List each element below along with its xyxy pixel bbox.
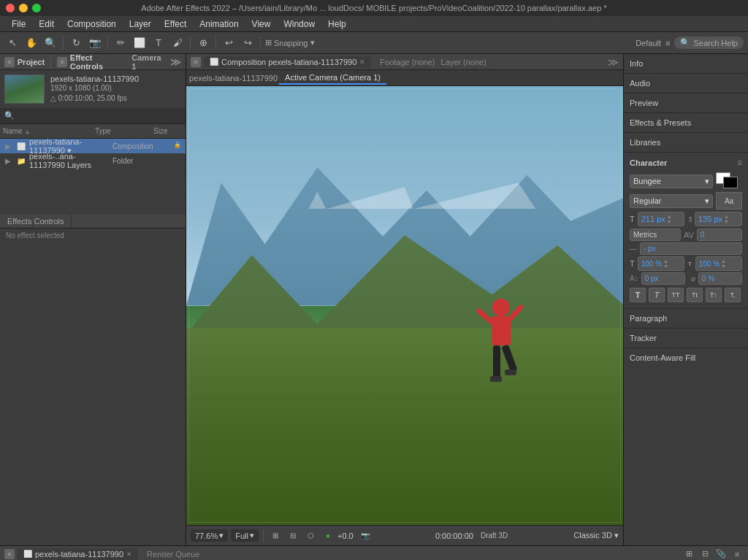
- close-button[interactable]: [6, 4, 15, 12]
- comp-panel-menu-btn[interactable]: ≫: [608, 56, 619, 68]
- v-scale-field[interactable]: 100 % ▲▼: [695, 256, 742, 271]
- h-scale-field[interactable]: 100 % ▲▼: [638, 256, 684, 271]
- render-queue-tab[interactable]: Render Queue: [141, 548, 205, 560]
- effects-presets-section[interactable]: Effects & Presets: [624, 113, 748, 133]
- svg-point-0: [492, 299, 510, 316]
- tracking-field[interactable]: - px: [640, 242, 742, 255]
- timeline-tab-close[interactable]: ✕: [126, 551, 132, 558]
- italic-button[interactable]: T: [649, 288, 665, 302]
- content-aware-section[interactable]: Content-Aware Fill: [624, 348, 748, 367]
- menu-composition[interactable]: Composition: [61, 18, 122, 31]
- paragraph-section[interactable]: Paragraph: [624, 309, 748, 329]
- search-help-field[interactable]: 🔍 Search Help: [674, 37, 744, 49]
- menu-help[interactable]: Help: [322, 18, 352, 31]
- pen-tool[interactable]: ✏: [112, 35, 129, 51]
- undo-btn[interactable]: ↩: [221, 35, 237, 51]
- view-mode-selector[interactable]: Classic 3D ▾: [573, 531, 619, 540]
- comp-tab[interactable]: ⬜ Composition pexels-tatiana-11137990 ✕: [204, 56, 371, 68]
- menu-layer[interactable]: Layer: [123, 18, 157, 31]
- item-indicator: 🔒: [174, 142, 183, 150]
- snapping-dropdown[interactable]: ▾: [310, 38, 315, 47]
- leading-arrows[interactable]: ▲▼: [724, 214, 729, 224]
- effects-tab-item[interactable]: Effects Controls: [0, 215, 72, 228]
- timeline-panel-btn[interactable]: ≡: [4, 549, 15, 559]
- text-tool[interactable]: T: [150, 35, 167, 51]
- tl-ctrl-1[interactable]: ⊞: [682, 548, 695, 561]
- draft-3d-btn[interactable]: Draft 3D: [476, 530, 512, 541]
- zoom-selector[interactable]: 77.6% ▾: [191, 529, 228, 542]
- preview-section[interactable]: Preview: [624, 93, 748, 113]
- libraries-title: Libraries: [630, 136, 742, 149]
- arrow-tool[interactable]: ↖: [4, 35, 20, 51]
- menu-effect[interactable]: Effect: [159, 18, 192, 31]
- fast-previews[interactable]: ●: [321, 530, 335, 541]
- workspace-menu-icon[interactable]: ≡: [665, 39, 670, 47]
- maximize-button[interactable]: [32, 4, 41, 12]
- camera-tool[interactable]: 📷: [87, 35, 103, 51]
- subscript-button[interactable]: T,: [725, 288, 741, 302]
- tracker-section[interactable]: Tracker: [624, 329, 748, 348]
- superscript-button[interactable]: T↑: [706, 288, 722, 302]
- zoom-tool[interactable]: 🔍: [42, 35, 58, 51]
- v-scale-arrows[interactable]: ▲▼: [721, 258, 726, 269]
- panel-collapse-btn[interactable]: ≡: [4, 57, 15, 67]
- rotate-tool[interactable]: ↻: [68, 35, 84, 51]
- baseline-field[interactable]: 0 px: [641, 272, 685, 285]
- bold-button[interactable]: T: [630, 288, 646, 302]
- menu-file[interactable]: File: [6, 18, 31, 31]
- default-label[interactable]: Default: [636, 39, 661, 47]
- menu-edit[interactable]: Edit: [33, 18, 60, 31]
- tl-ctrl-3[interactable]: 📎: [714, 548, 728, 561]
- size-row: T 211 px ▲▼ ⇕ 135 px ▲▼: [630, 212, 742, 226]
- font-size-arrows[interactable]: ▲▼: [667, 214, 672, 224]
- quality-selector[interactable]: Full ▾: [231, 529, 259, 542]
- bg-color-swatch[interactable]: [723, 177, 738, 188]
- window-controls[interactable]: [6, 4, 41, 12]
- info-section[interactable]: Info: [624, 54, 748, 74]
- font-selector[interactable]: Bungee ▾: [630, 174, 713, 188]
- h-scale-arrows[interactable]: ▲▼: [663, 258, 668, 269]
- shape-tool[interactable]: ⬜: [131, 35, 148, 51]
- comp-tab-close[interactable]: ✕: [359, 58, 365, 66]
- project-search[interactable]: 🔍: [0, 108, 186, 124]
- transparency-grid[interactable]: ⊟: [286, 530, 300, 541]
- view-mode-dropdown[interactable]: ▾: [614, 531, 619, 540]
- timeline-header: ≡ ⬜ pexels-tatiana-11137990 ✕ Render Que…: [0, 546, 748, 560]
- project-item-folder[interactable]: ▶ 📁 pexels-..ana-11137990 Layers Folder: [0, 153, 186, 168]
- panel-menu-btn[interactable]: ≫: [170, 56, 181, 68]
- project-item-comp[interactable]: ▶ ⬜ pexels-tatiana-11137990 ▾ Compositio…: [0, 139, 186, 153]
- tl-ctrl-2[interactable]: ⊟: [698, 548, 711, 561]
- all-caps-button[interactable]: TT: [668, 288, 684, 302]
- menu-animation[interactable]: Animation: [194, 18, 244, 31]
- 3d-renderer[interactable]: ⬡: [303, 530, 318, 541]
- metrics-selector[interactable]: Metrics: [630, 229, 681, 241]
- puppet-tool[interactable]: ⊕: [195, 35, 211, 51]
- region-of-interest[interactable]: ⊞: [268, 530, 283, 541]
- libraries-section[interactable]: Libraries: [624, 133, 748, 153]
- small-caps-button[interactable]: Tt: [687, 288, 703, 302]
- expand-icon[interactable]: ▶: [3, 141, 13, 151]
- effects-controls-btn[interactable]: ≡: [57, 57, 67, 67]
- paint-tool[interactable]: 🖌: [169, 35, 186, 51]
- style-selector[interactable]: Regular ▾: [630, 194, 713, 208]
- leading-field[interactable]: 135 px ▲▼: [695, 212, 742, 226]
- minimize-button[interactable]: [19, 4, 28, 12]
- tsume-field[interactable]: 0 %: [698, 272, 742, 285]
- font-size-field[interactable]: 211 px ▲▼: [638, 212, 684, 226]
- item-type-folder: Folder: [112, 157, 171, 165]
- comp-panel-menu[interactable]: ≡: [191, 57, 201, 67]
- tl-ctrl-4[interactable]: ≡: [730, 548, 744, 561]
- hand-tool[interactable]: ✋: [23, 35, 39, 51]
- kern-field[interactable]: 0: [697, 229, 742, 241]
- active-camera-tab[interactable]: Active Camera (Camera 1): [279, 72, 386, 85]
- character-menu-icon[interactable]: ≡: [737, 158, 742, 168]
- search-label[interactable]: Search Help: [693, 39, 738, 47]
- project-search-input[interactable]: [18, 112, 181, 120]
- audio-section[interactable]: Audio: [624, 74, 748, 93]
- redo-btn[interactable]: ↪: [240, 35, 256, 51]
- expand-icon-2[interactable]: ▶: [3, 156, 13, 166]
- snapshot[interactable]: 📷: [356, 530, 374, 541]
- menu-view[interactable]: View: [246, 18, 277, 31]
- timeline-comp-tab[interactable]: ⬜ pexels-tatiana-11137990 ✕: [18, 548, 138, 560]
- menu-window[interactable]: Window: [278, 18, 321, 31]
